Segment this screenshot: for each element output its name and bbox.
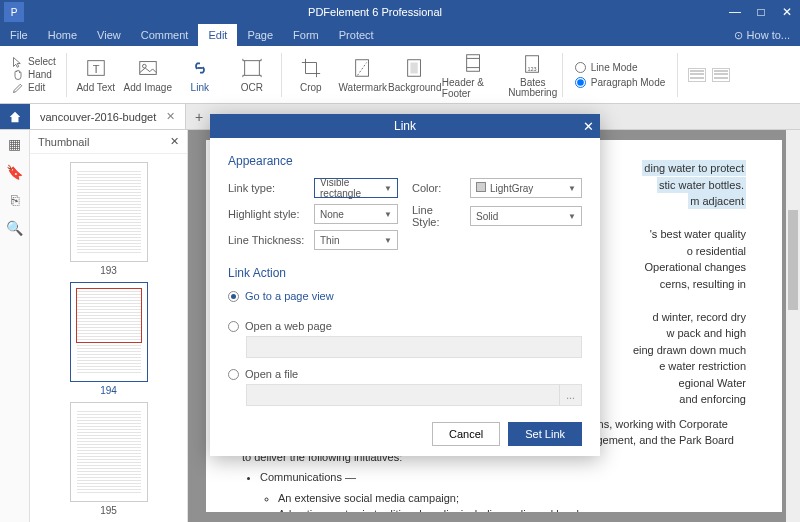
doc-text: 's best water quality (650, 228, 746, 240)
add-text-button[interactable]: TAdd Text (71, 56, 121, 93)
close-thumbnails-icon[interactable]: ✕ (170, 135, 179, 148)
edit-tool[interactable]: Edit (12, 82, 56, 94)
header-footer-label: Header & Footer (442, 77, 506, 99)
menu-page[interactable]: Page (237, 24, 283, 46)
goto-page-radio[interactable]: Go to a page view (228, 290, 582, 302)
browse-button[interactable]: ... (559, 385, 581, 405)
add-image-button[interactable]: Add Image (123, 56, 173, 93)
highlight-select[interactable]: None▼ (314, 204, 398, 224)
paragraph-mode-radio[interactable]: Paragraph Mode (575, 77, 666, 88)
svg-rect-6 (355, 60, 368, 77)
watermark-button[interactable]: Watermark (338, 56, 388, 93)
page-number: 195 (100, 505, 117, 516)
home-tab[interactable] (0, 104, 30, 129)
menu-comment[interactable]: Comment (131, 24, 199, 46)
thickness-select[interactable]: Thin▼ (314, 230, 398, 250)
menu-protect[interactable]: Protect (329, 24, 384, 46)
link-button[interactable]: Link (175, 56, 225, 93)
menu-view[interactable]: View (87, 24, 131, 46)
dialog-title: Link (394, 119, 416, 133)
doc-text: An extensive social media campaign; (278, 490, 746, 507)
help-icon: ⊙ (734, 29, 743, 42)
crop-label: Crop (300, 82, 322, 93)
doc-text: Operational changes (644, 261, 746, 273)
thumbnail-panel-icon[interactable]: ▦ (8, 136, 21, 152)
doc-text: m adjacent (688, 193, 746, 209)
page-number: 193 (100, 265, 117, 276)
select-tool[interactable]: Select (12, 56, 56, 68)
goto-page-label: Go to a page view (245, 290, 334, 302)
ribbon: Select Hand Edit TAdd Text Add Image Lin… (0, 46, 800, 104)
menu-form[interactable]: Form (283, 24, 329, 46)
doc-tab-label: vancouver-2016-budget (40, 111, 156, 123)
color-select[interactable]: LightGray▼ (470, 178, 582, 198)
svg-rect-5 (244, 61, 259, 76)
align-option-1[interactable] (688, 68, 706, 82)
linestyle-value: Solid (476, 211, 498, 222)
doc-text: and enforcing (679, 393, 746, 405)
menu-home[interactable]: Home (38, 24, 87, 46)
howto-link[interactable]: ⊙ How to... (724, 29, 800, 42)
maximize-button[interactable]: □ (748, 5, 774, 19)
align-option-2[interactable] (712, 68, 730, 82)
attachments-panel-icon[interactable]: ⎘ (11, 192, 19, 208)
doc-text: d winter, record dry (652, 311, 746, 323)
doc-text: o residential (687, 245, 746, 257)
open-web-label: Open a web page (245, 320, 332, 332)
page-number: 194 (100, 385, 117, 396)
bates-label: Bates Numbering (508, 78, 557, 98)
thumbnail-item[interactable]: 193 (70, 162, 148, 276)
bates-button[interactable]: 123Bates Numbering (508, 52, 558, 98)
search-panel-icon[interactable]: 🔍 (6, 220, 23, 236)
scrollbar-thumb[interactable] (788, 210, 798, 310)
background-label: Background (388, 82, 441, 93)
ocr-button[interactable]: OCR (227, 56, 277, 93)
chevron-down-icon: ▼ (384, 210, 392, 219)
web-url-field[interactable] (246, 336, 582, 358)
bookmark-panel-icon[interactable]: 🔖 (6, 164, 23, 180)
line-mode-radio[interactable]: Line Mode (575, 62, 666, 73)
doc-text: Advertisements via traditional media, in… (278, 506, 746, 512)
ocr-label: OCR (241, 82, 263, 93)
menu-file[interactable]: File (0, 24, 38, 46)
vertical-scrollbar[interactable] (786, 130, 800, 522)
thumbnail-item[interactable]: 195 (70, 402, 148, 516)
doc-text: ding water to protect (642, 160, 746, 176)
titlebar: P PDFelement 6 Professional — □ ✕ (0, 0, 800, 24)
chevron-down-icon: ▼ (568, 212, 576, 221)
tool-mode-group: Select Hand Edit (6, 54, 62, 96)
doc-text: w pack and high (667, 327, 747, 339)
open-web-radio[interactable]: Open a web page (228, 320, 582, 332)
crop-button[interactable]: Crop (286, 56, 336, 93)
thumbnail-list[interactable]: 193 194 195 (30, 154, 187, 522)
menu-edit[interactable]: Edit (198, 24, 237, 46)
dialog-titlebar[interactable]: Link ✕ (210, 114, 600, 138)
doc-text: e water restriction (659, 360, 746, 372)
header-footer-button[interactable]: Header & Footer (442, 51, 506, 99)
minimize-button[interactable]: — (722, 5, 748, 19)
dialog-close-icon[interactable]: ✕ (583, 119, 594, 134)
close-tab-icon[interactable]: ✕ (166, 110, 175, 123)
add-tab-button[interactable]: + (186, 104, 212, 129)
file-path-field[interactable]: ... (246, 384, 582, 406)
add-image-label: Add Image (124, 82, 172, 93)
open-file-radio[interactable]: Open a file (228, 368, 582, 380)
linestyle-select[interactable]: Solid▼ (470, 206, 582, 226)
edit-mode-group: Line Mode Paragraph Mode (567, 58, 674, 92)
svg-rect-2 (140, 62, 157, 75)
chevron-down-icon: ▼ (568, 184, 576, 193)
thumbnail-item[interactable]: 194 (70, 282, 148, 396)
doc-tab[interactable]: vancouver-2016-budget ✕ (30, 104, 186, 129)
add-text-label: Add Text (76, 82, 115, 93)
background-button[interactable]: Background (390, 56, 440, 93)
link-type-select[interactable]: Visible rectangle▼ (314, 178, 398, 198)
radio-icon (228, 291, 239, 302)
set-link-button[interactable]: Set Link (508, 422, 582, 446)
highlight-value: None (320, 209, 344, 220)
hand-tool[interactable]: Hand (12, 69, 56, 81)
close-button[interactable]: ✕ (774, 5, 800, 19)
thumbnail-header: Thumbnail ✕ (30, 130, 187, 154)
cancel-button[interactable]: Cancel (432, 422, 500, 446)
dialog-buttons: Cancel Set Link (228, 416, 582, 446)
window-controls: — □ ✕ (722, 5, 800, 19)
